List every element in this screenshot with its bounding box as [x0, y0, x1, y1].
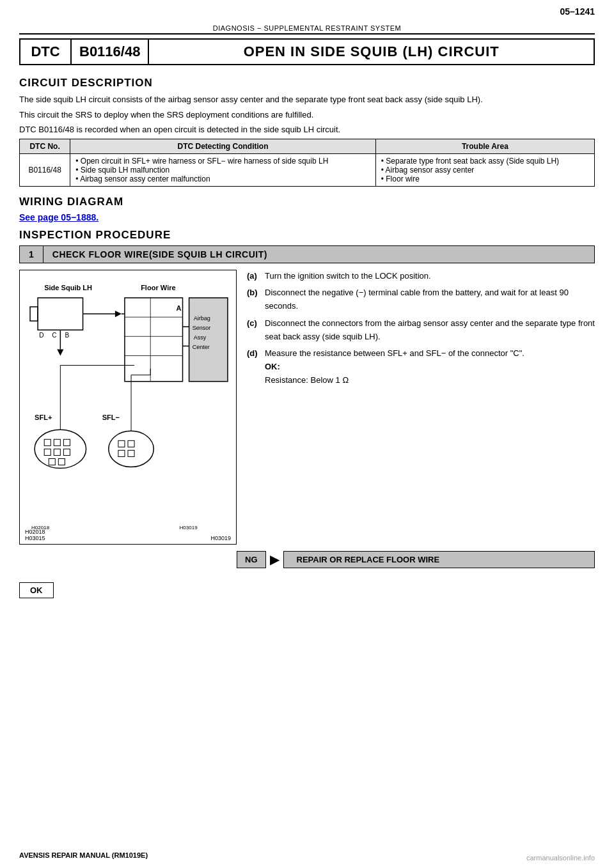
- condition-item-1: Open circuit in SFL+ wire harness or SFL…: [75, 157, 370, 166]
- svg-rect-30: [63, 439, 70, 446]
- trouble-item-2: Airbag sensor assy center: [381, 166, 589, 174]
- page-container: 05–1241 DIAGNOSIS − SUPPLEMENTAL RESTRAI…: [0, 0, 614, 868]
- svg-text:H03019: H03019: [180, 525, 198, 531]
- svg-text:Assy: Assy: [194, 334, 207, 341]
- svg-rect-12: [125, 297, 183, 381]
- svg-rect-29: [54, 439, 60, 446]
- svg-rect-35: [58, 458, 65, 465]
- step-1-title: CHECK FLOOR WIRE(SIDE SQUIB LH CIRCUIT): [43, 246, 276, 263]
- svg-rect-38: [128, 440, 134, 447]
- img-ref-left: H02018H03015: [25, 529, 45, 541]
- ng-arrow: ▶: [266, 552, 283, 567]
- step-1-header: 1 CHECK FLOOR WIRE(SIDE SQUIB LH CIRCUIT…: [19, 245, 595, 263]
- instruction-c-text: Disconnect the connectors from the airba…: [265, 317, 595, 344]
- circuit-desc-para3: DTC B0116/48 is recorded when an open ci…: [19, 123, 595, 136]
- svg-rect-3: [30, 307, 38, 321]
- instruction-d-letter: (d): [247, 347, 260, 387]
- svg-rect-2: [38, 297, 83, 329]
- diagram-box: Side Squib LH Floor Wire D C B: [19, 270, 237, 545]
- watermark: carmanualsonline.info: [526, 854, 595, 862]
- wiring-diagram-heading: WIRING DIAGRAM: [19, 196, 595, 208]
- inspection-procedure-section: INSPECTION PROCEDURE 1 CHECK FLOOR WIRE(…: [19, 229, 595, 598]
- instruction-a-letter: (a): [247, 270, 260, 283]
- circuit-desc-para1: The side squib LH circuit consists of th…: [19, 93, 595, 106]
- svg-text:Side Squib LH: Side Squib LH: [44, 283, 92, 291]
- svg-rect-39: [118, 450, 125, 456]
- svg-text:C: C: [52, 332, 56, 339]
- dtc-header: DTC B0116/48 OPEN IN SIDE SQUIB (LH) CIR…: [19, 38, 595, 65]
- svg-text:Sensor: Sensor: [193, 325, 211, 331]
- svg-rect-31: [44, 449, 51, 455]
- svg-rect-34: [49, 458, 55, 465]
- svg-rect-37: [118, 440, 125, 447]
- svg-rect-33: [63, 449, 70, 455]
- ng-box: NG: [237, 551, 266, 568]
- svg-text:A: A: [176, 304, 181, 312]
- wiring-diagram-link[interactable]: See page 05−1888.: [19, 212, 595, 222]
- svg-text:D: D: [39, 332, 43, 339]
- dtc-code: B0116/48: [72, 40, 149, 64]
- instruction-a-text: Turn the ignition switch to the LOCK pos…: [265, 270, 431, 283]
- ng-result-line: NG ▶ REPAIR OR REPLACE FLOOR WIRE: [237, 551, 595, 568]
- step-1-content: Side Squib LH Floor Wire D C B: [19, 270, 595, 545]
- inspection-procedure-heading: INSPECTION PROCEDURE: [19, 229, 595, 242]
- instruction-d-content: Measure the resistance between SFL+ and …: [265, 347, 524, 387]
- instruction-b: (b) Disconnect the negative (−) terminal…: [247, 286, 595, 313]
- svg-rect-28: [44, 439, 51, 446]
- ok-box: OK: [19, 582, 54, 598]
- trouble-item-3: Floor wire: [381, 174, 589, 183]
- table-header-trouble: Trouble Area: [375, 139, 594, 153]
- svg-text:Airbag: Airbag: [194, 315, 210, 322]
- instructions-column: (a) Turn the ignition switch to the LOCK…: [247, 270, 595, 545]
- svg-text:SFL+: SFL+: [35, 414, 52, 421]
- svg-text:B: B: [65, 332, 69, 339]
- svg-point-36: [109, 431, 154, 467]
- instruction-c: (c) Disconnect the connectors from the a…: [247, 317, 595, 344]
- circuit-description-heading: CIRCUIT DESCRIPTION: [19, 77, 595, 89]
- table-cell-dtcno: B0116/48: [20, 153, 70, 186]
- svg-rect-32: [54, 449, 60, 455]
- condition-item-3: Airbag sensor assy center malfunction: [75, 174, 370, 183]
- instruction-b-text: Disconnect the negative (−) terminal cab…: [265, 286, 595, 313]
- step-1-number: 1: [20, 246, 43, 263]
- trouble-item-1: Separate type front seat back assy (Side…: [381, 157, 589, 166]
- page-footer: AVENSIS REPAIR MANUAL (RM1019E): [19, 851, 148, 859]
- circuit-desc-para2: This circuit the SRS to deploy when the …: [19, 109, 595, 121]
- instruction-d-text: Measure the resistance between SFL+ and …: [265, 348, 524, 358]
- instruction-d: (d) Measure the resistance between SFL+ …: [247, 347, 595, 387]
- svg-text:Floor Wire: Floor Wire: [141, 283, 176, 291]
- svg-rect-40: [128, 450, 134, 456]
- table-cell-condition: Open circuit in SFL+ wire harness or SFL…: [70, 153, 375, 186]
- svg-text:SFL−: SFL−: [102, 414, 120, 421]
- dtc-table: DTC No. DTC Detecting Condition Trouble …: [19, 139, 595, 187]
- ok-label: OK:: [265, 362, 280, 371]
- table-header-condition: DTC Detecting Condition: [70, 139, 375, 153]
- ng-action: REPAIR OR REPLACE FLOOR WIRE: [283, 551, 595, 568]
- svg-marker-10: [57, 349, 63, 355]
- breadcrumb: DIAGNOSIS − SUPPLEMENTAL RESTRAINT SYSTE…: [19, 24, 595, 35]
- svg-text:Center: Center: [193, 344, 210, 350]
- breadcrumb-text: DIAGNOSIS − SUPPLEMENTAL RESTRAINT SYSTE…: [213, 24, 401, 32]
- wiring-diagram-svg: Side Squib LH Floor Wire D C B: [25, 275, 231, 539]
- page-number: 05–1241: [560, 6, 595, 17]
- instruction-c-letter: (c): [247, 317, 260, 344]
- condition-item-2: Side squib LH malfunction: [75, 166, 370, 174]
- table-cell-trouble: Separate type front seat back assy (Side…: [375, 153, 594, 186]
- table-row: B0116/48 Open circuit in SFL+ wire harne…: [20, 153, 595, 186]
- table-header-dtcno: DTC No.: [20, 139, 70, 153]
- img-ref-right: H03019: [210, 535, 231, 541]
- instruction-a: (a) Turn the ignition switch to the LOCK…: [247, 270, 595, 283]
- svg-marker-5: [115, 311, 122, 317]
- ok-value: Resistance: Below 1 Ω: [265, 375, 349, 385]
- dtc-label: DTC: [20, 40, 72, 64]
- dtc-description: OPEN IN SIDE SQUIB (LH) CIRCUIT: [149, 40, 594, 64]
- instruction-b-letter: (b): [247, 286, 260, 313]
